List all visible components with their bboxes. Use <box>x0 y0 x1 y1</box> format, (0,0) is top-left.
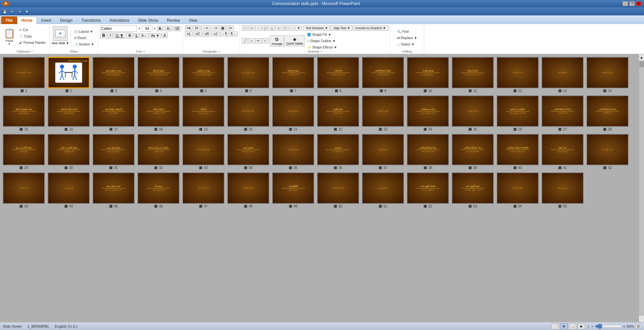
slide-thumb-container-5[interactable]: مهارت ارتباطیتوانایی ایجاد ارتباط موثر⬛5 <box>182 57 224 93</box>
slide-thumbnail-15[interactable]: سبک تشویق ارتباطروشهای تقویت <box>3 95 45 127</box>
quick-styles-button[interactable]: ◈ Quick Styles <box>284 35 305 46</box>
slide-thumb-container-45[interactable]: جرئت پیش رویاعتماد به نفس در ارتباط⬛45 <box>92 172 135 208</box>
slide-thumbnail-11[interactable]: اجزاء ارتباطفرستنده - پیام - گیرنده <box>452 57 494 88</box>
zoom-level[interactable]: 50% <box>627 324 634 328</box>
slide-thumbnail-5[interactable]: مهارت ارتباطیتوانایی ایجاد ارتباط موثر <box>182 57 224 88</box>
slide-thumb-container-8[interactable]: یادداشتنکات مهم در ارتباط⬛8 <box>317 57 359 93</box>
slide-thumbnail-52[interactable]: اهداف گوش دادنچرا گوش می دهیم <box>407 172 449 204</box>
tab-view[interactable]: View <box>184 16 202 24</box>
strikethrough-button[interactable]: S <box>126 32 133 38</box>
slide-thumb-container-24[interactable]: فرآیند بین فضاییارتباط در فضای مجازی⬛24 <box>407 95 449 131</box>
slide-thumbnail-8[interactable]: یادداشتنکات مهم در ارتباط <box>317 57 359 88</box>
slide-thumbnail-47[interactable]: ارتباط حرفه ای <box>182 172 224 204</box>
new-slide-button[interactable]: + <box>53 26 68 41</box>
slide-thumb-container-26[interactable]: جلوگیری از موانعراهکارهای موانع ارتباطی⬛… <box>497 95 539 131</box>
slide-thumb-container-10[interactable]: توسعه مهارتراهکارهای بهبود⬛10 <box>407 57 449 93</box>
slide-thumb-container-52[interactable]: اهداف گوش دادنچرا گوش می دهیم⬛52 <box>407 172 449 208</box>
slide-thumbnail-31[interactable]: موانع پیش بینیپیشگیری از موانع <box>92 134 135 165</box>
slide-thumbnail-24[interactable]: فرآیند بین فضاییارتباط در فضای مجازی <box>407 95 449 127</box>
slide-thumb-container-27[interactable]: مراحل ارتباط فلامیگام های اصلی⬛27 <box>541 95 584 131</box>
reading-view-button[interactable]: 📖 <box>569 323 576 329</box>
slide-thumb-container-33[interactable]: راهکارهای مقابله⬛33 <box>182 134 224 170</box>
slide-thumbnail-4[interactable]: تعریف ارتباطفرآیند انتقال و دریافت پیام <box>137 57 180 88</box>
shadow-button[interactable]: S̲ <box>134 33 139 38</box>
slide-thumbnail-37[interactable]: مدیریت تعارض <box>362 134 404 165</box>
slide-thumb-container-9[interactable]: انواع ارتباط کلامیگفتاری - نوشتاری⬛9 <box>362 57 404 93</box>
slide-thumb-container-44[interactable]: بهبود مستمر⬛44 <box>48 172 90 208</box>
zoom-out-button[interactable]: − <box>591 324 593 328</box>
slide-thumbnail-50[interactable]: تکنیک های گفتگو <box>317 172 359 204</box>
slide-thumb-container-17[interactable]: آسیبهای روابط ویژهمشکلات خاص⬛17 <box>92 95 135 131</box>
copy-button[interactable]: 📄Copy <box>17 33 47 39</box>
slide-thumb-container-51[interactable]: گفتگوی موثر⬛51 <box>362 172 404 208</box>
shape-curve-button[interactable]: ∿ <box>249 38 255 44</box>
font-size-input[interactable] <box>142 25 152 31</box>
slide-thumbnail-28[interactable]: مراحل ارتباط فلامیادامه گام ها <box>586 95 629 127</box>
slide-thumb-container-49[interactable]: گفتگو کردناصول گفتگو⬛49 <box>272 172 314 208</box>
slide-thumbnail-22[interactable]: سخن گفتنمهارت گفتاری <box>317 95 359 127</box>
slide-thumbnail-2[interactable]: مهارت برقراری ارتباط <box>48 57 90 88</box>
normal-view-button[interactable]: ⬜ <box>552 323 559 329</box>
slide-thumbnail-21[interactable]: اثربخشی ارتباط <box>272 95 314 127</box>
slide-thumb-container-19[interactable]: ارتباطتعریف و مفهوم⬛19 <box>182 95 224 131</box>
shape-tri-button[interactable]: △ <box>269 25 275 31</box>
slide-thumbnail-55[interactable]: جمع بندی نهایی <box>541 172 584 204</box>
slideshow-button[interactable]: ▶ <box>578 323 585 329</box>
slide-thumb-container-36[interactable]: زبان منبیان احساسات⬛36 <box>317 134 359 170</box>
shape-circle-button[interactable]: ○ <box>255 25 261 31</box>
italic-button[interactable]: I <box>108 32 113 38</box>
shape-outline-button[interactable]: □Shape Outline ▼ <box>305 38 339 44</box>
clear-format-button[interactable]: ⌫ <box>173 26 181 31</box>
slide-thumb-container-18[interactable]: انواع ارتباطکلامی و غیرکلامی⬛18 <box>137 95 180 131</box>
slide-thumbnail-30[interactable]: موانع کلامی بر طرفرفع موانع کلامی <box>48 134 90 165</box>
slide-thumbnail-14[interactable]: بازخورد در ارتباط <box>586 57 629 88</box>
slide-thumb-container-16[interactable]: آسیب های ارتباطیموانع و مشکلات⬛16 <box>48 95 90 131</box>
shape-hex-button[interactable]: ⬡ <box>282 25 288 31</box>
tab-file[interactable]: File <box>1 16 17 24</box>
slide-sorter-button[interactable]: ⊞ <box>560 323 568 329</box>
slide-thumb-container-35[interactable]: روشهای تقویت⬛35 <box>272 134 314 170</box>
slide-thumb-container-53[interactable]: انواع گوش دادنفعال - منفعل - همدلانه⬛53 <box>452 172 494 208</box>
shape-round-button[interactable]: ▢ <box>262 25 268 31</box>
undo-button[interactable]: ↩ <box>9 8 15 14</box>
slide-thumbnail-35[interactable]: روشهای تقویت <box>272 134 314 165</box>
slide-thumb-container-43[interactable]: ارزیابی مهارت⬛43 <box>3 172 45 208</box>
slide-thumbnail-43[interactable]: ارزیابی مهارت <box>3 172 45 204</box>
slide-thumbnail-18[interactable]: انواع ارتباطکلامی و غیرکلامی <box>137 95 180 127</box>
slide-thumb-container-14[interactable]: بازخورد در ارتباط⬛14 <box>586 57 629 93</box>
convert-smartart-button[interactable]: Convert to SmartArt ▼ <box>353 25 388 31</box>
slide-thumb-container-2[interactable]: مهارت برقراری ارتباط <box>48 57 90 93</box>
slide-thumb-container-30[interactable]: موانع کلامی بر طرفرفع موانع کلامی⬛30 <box>48 134 90 170</box>
save-button[interactable]: 💾 <box>1 8 8 14</box>
restore-button[interactable]: ❐ <box>629 1 635 6</box>
slide-thumb-container-41[interactable]: همه اینهاجمع بندی موارد⬛41 <box>541 134 584 170</box>
tab-design[interactable]: Design <box>56 16 77 24</box>
slide-thumbnail-41[interactable]: همه اینهاجمع بندی موارد <box>541 134 584 165</box>
slide-thumbnail-54[interactable]: موانع گوش دادن <box>497 172 539 204</box>
vertical-scrollbar[interactable]: ▲ ▼ <box>639 54 644 322</box>
slide-thumb-container-28[interactable]: مراحل ارتباط فلامیادامه گام ها⬛28 <box>586 95 629 131</box>
slide-thumbnail-19[interactable]: ارتباطتعریف و مفهوم <box>182 95 224 127</box>
slide-thumbnail-42[interactable]: تمرین مهارت ها <box>586 134 629 165</box>
rtl-button[interactable]: ←¶ <box>220 31 229 36</box>
slide-thumbnail-26[interactable]: جلوگیری از موانعراهکارهای موانع ارتباطی <box>497 95 539 127</box>
slide-thumb-container-22[interactable]: سخن گفتنمهارت گفتاری⬛22 <box>317 95 359 131</box>
find-button[interactable]: 🔍Find <box>395 29 419 35</box>
col-button[interactable]: ▦ <box>219 25 226 30</box>
slide-thumb-container-46[interactable]: زمینه هاحوزه های ارتباطی⬛46 <box>137 172 180 208</box>
zoom-in-button[interactable]: + <box>623 324 625 328</box>
slide-thumbnail-1[interactable]: مهارت برقراری ارتباط <box>3 57 45 88</box>
decrease-indent-button[interactable]: ←≡ <box>201 25 210 30</box>
slide-thumbnail-20[interactable]: مولفه های ارتباط <box>227 95 269 127</box>
slide-thumbnail-3[interactable]: زمینه دریافت پیامدر روابط انسانی محاسبه <box>92 57 135 88</box>
slide-thumb-container-21[interactable]: اثربخشی ارتباط⬛21 <box>272 95 314 131</box>
slide-thumbnail-53[interactable]: انواع گوش دادنفعال - منفعل - همدلانه <box>452 172 494 204</box>
fit-slide-button[interactable]: ⊡ <box>635 324 641 329</box>
align-left-button[interactable]: ≡L <box>185 31 193 36</box>
slide-thumbnail-16[interactable]: آسیب های ارتباطیموانع و مشکلات <box>48 95 90 127</box>
slide-thumbnail-48[interactable]: ارتباط خانوادگی <box>227 172 269 204</box>
slide-thumbnail-32[interactable]: مقاومت در برابر ارتباطدلایل مقاومت <box>137 134 180 165</box>
slide-thumb-container-11[interactable]: اجزاء ارتباطفرستنده - پیام - گیرنده⬛11 <box>452 57 494 93</box>
ltr-button[interactable]: ¶→ <box>229 31 238 36</box>
slide-thumbnail-46[interactable]: زمینه هاحوزه های ارتباطی <box>137 172 180 204</box>
